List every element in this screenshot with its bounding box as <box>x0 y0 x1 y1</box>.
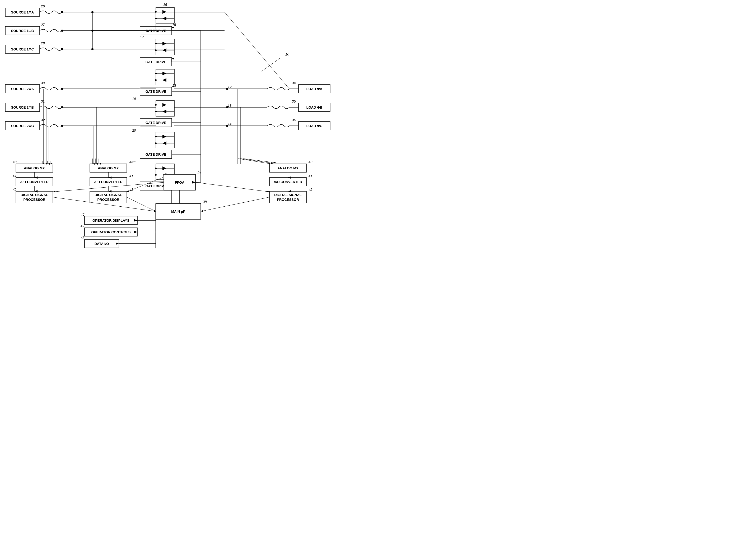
svg-rect-26 <box>156 100 174 116</box>
ref-42-right: 42 <box>308 187 312 192</box>
adc-right-label: A/D CONVERTER <box>274 180 302 184</box>
svg-point-46 <box>155 174 157 176</box>
ref-13: 13 <box>228 104 232 108</box>
load-b-label: LOAD ΦB <box>306 106 323 109</box>
switch-pair-18 <box>155 69 174 85</box>
svg-point-32 <box>155 111 157 112</box>
svg-point-31 <box>155 104 157 106</box>
ref-48: 48 <box>81 236 85 240</box>
ref-18: 18 <box>172 84 176 87</box>
ref-41-left: 41 <box>13 174 17 178</box>
junction-load2b <box>226 106 228 108</box>
ref-28: 28 <box>41 41 45 45</box>
ref-19: 19 <box>132 97 136 101</box>
ref-10: 10 <box>285 52 289 56</box>
ref-42-mid: 42 <box>129 187 133 192</box>
gate-drive-19-label: GATE DRIVE <box>146 121 167 125</box>
adc-mid-label: A/D CONVERTER <box>94 180 123 184</box>
ref-41-mid: 41 <box>129 174 133 178</box>
junction-src2b <box>61 106 63 108</box>
dsp-left-label-2: PROCESSOR <box>23 198 46 202</box>
ref-40-right: 40 <box>308 160 312 164</box>
data-io-label: DATA I/O <box>95 242 109 246</box>
ref-40-left: 40 <box>13 160 17 164</box>
gate-drive-17-label: GATE DRIVE <box>146 60 167 64</box>
ref-32: 32 <box>41 118 45 122</box>
svg-point-38 <box>155 136 157 138</box>
jct-350-186 <box>91 48 93 50</box>
source-2c-label: SOURCE 2ΦC <box>11 124 34 128</box>
junction-load2a <box>226 88 228 90</box>
junction-load2c <box>226 125 228 127</box>
gate-drive-21-label: GATE DRIVE <box>146 184 167 188</box>
load-a-label: LOAD ΦA <box>306 87 323 91</box>
op-displays-label: OPERATOR DISPLAYS <box>92 218 129 223</box>
svg-point-45 <box>155 168 157 169</box>
ref-14: 14 <box>228 122 232 126</box>
gate-drive-20-label: GATE DRIVE <box>146 152 167 156</box>
junction-src2c <box>61 125 63 127</box>
op-controls-label: OPERATOR CONTROLS <box>91 230 130 234</box>
source-1a-label: SOURCE 1ΦA <box>11 10 34 14</box>
ref-26: 26 <box>41 4 45 8</box>
analog-mx-left-label: ANALOG MX <box>24 166 45 170</box>
ref-42-left: 42 <box>13 187 17 192</box>
ref-30: 30 <box>41 81 45 85</box>
dsp-right-label-2: PROCESSOR <box>277 198 299 202</box>
dsp-mid-label-2: PROCESSOR <box>97 198 119 202</box>
source-1b-label: SOURCE 1ΦB <box>11 29 34 33</box>
dsp-mid-label-1: DIGITAL SIGNAL <box>95 193 122 197</box>
jct-350-116 <box>91 30 93 32</box>
analog-mx-right-label: ANALOG MX <box>277 166 299 170</box>
fpga-label: FPGA <box>175 180 185 184</box>
svg-rect-19 <box>156 69 174 85</box>
ref-34: 34 <box>292 81 296 85</box>
junction-src2a <box>61 88 63 90</box>
ref-20: 20 <box>132 128 136 133</box>
analog-mx-mid-label: ANALOG MX <box>98 166 119 170</box>
svg-point-25 <box>155 79 157 81</box>
svg-rect-12 <box>156 39 174 55</box>
source-2a-label: SOURCE 2ΦA <box>11 87 34 91</box>
ref-31: 31 <box>41 99 44 103</box>
ref-41-right: 41 <box>308 174 312 178</box>
junction-src1a <box>61 11 63 13</box>
adc-left-label: A/D CONVERTER <box>20 180 49 184</box>
gate-drive-18-label: GATE DRIVE <box>146 90 167 93</box>
ref-12: 12 <box>228 85 232 89</box>
diagram-container: SOURCE 1ΦA 26 SOURCE 1ΦB 27 SOURCE 1ΦC 2… <box>0 0 338 254</box>
svg-rect-5 <box>156 7 174 23</box>
svg-point-24 <box>155 73 157 74</box>
ref-16b: 16 <box>172 23 176 27</box>
junction-src1c <box>61 48 63 50</box>
svg-point-39 <box>155 142 157 144</box>
dsp-left-label-1: DIGITAL SIGNAL <box>21 193 48 197</box>
ref-17: 17 <box>140 35 144 39</box>
source-1c-label: SOURCE 1ΦC <box>11 47 34 51</box>
junction-src1b <box>61 30 63 32</box>
jct-350-46 <box>91 11 93 13</box>
svg-rect-33 <box>156 132 174 148</box>
svg-point-11 <box>155 18 157 19</box>
load-c-label: LOAD ΦC <box>306 124 323 128</box>
main-up-label: MAIN μP <box>171 209 185 213</box>
ref-38: 38 <box>203 200 207 204</box>
ref-47: 47 <box>81 224 85 228</box>
ref-40-mid: 40 <box>129 160 133 164</box>
dsp-right-label-1: DIGITAL SIGNAL <box>274 193 302 197</box>
ref-16: 16 <box>163 3 167 7</box>
ref-35: 35 <box>292 99 296 103</box>
ref-46: 46 <box>81 212 85 216</box>
ref-27: 27 <box>41 23 45 27</box>
svg-point-18 <box>155 50 157 51</box>
source-2b-label: SOURCE 2ΦB <box>11 106 34 109</box>
ref-36: 36 <box>292 118 296 122</box>
